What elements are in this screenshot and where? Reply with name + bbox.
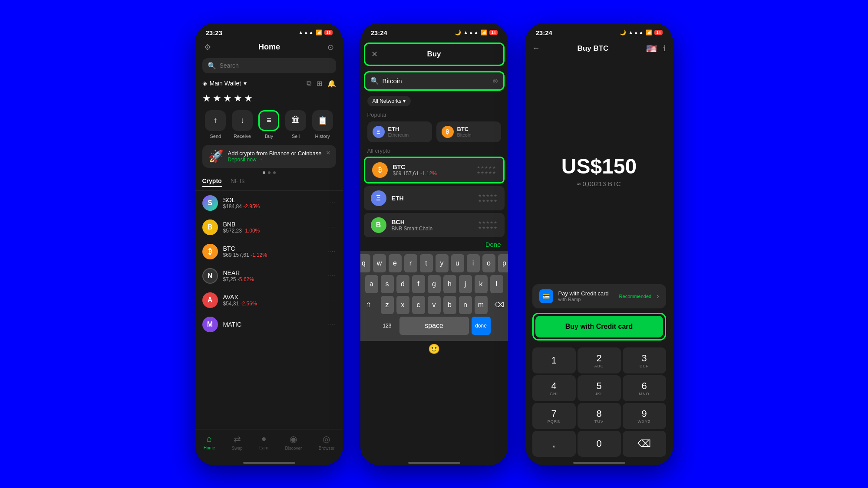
grid-icon[interactable]: ⊞ (317, 79, 322, 88)
key-i[interactable]: i (467, 254, 480, 272)
num-key-0[interactable]: 0 (578, 431, 621, 457)
info-icon[interactable]: ℹ (663, 44, 666, 53)
key-w[interactable]: w (373, 254, 386, 272)
key-m[interactable]: m (475, 296, 488, 314)
key-c[interactable]: c (412, 296, 425, 314)
nav-discover[interactable]: ◉ Discover (285, 434, 302, 451)
nav-browser[interactable]: ◎ Browser (319, 434, 335, 451)
key-n[interactable]: n (459, 296, 472, 314)
payment-method[interactable]: 💳 Pay with Credit card with Ramp Recomme… (532, 284, 666, 308)
key-z[interactable]: z (381, 296, 394, 314)
num-key-6[interactable]: 6 MNO (623, 375, 666, 401)
action-history[interactable]: 📋 History (312, 110, 333, 139)
search-result-eth[interactable]: Ξ ETH ★★★★★ ★★★★★ (364, 186, 505, 210)
num-key-4[interactable]: 4 GHI (532, 375, 576, 401)
near-price: $7,25 -5.62% (223, 276, 323, 282)
buy-search-input[interactable] (383, 77, 489, 85)
buy-credit-card-button[interactable]: Buy with Credit card (535, 316, 663, 337)
list-item[interactable]: M MATIC ···· (195, 312, 343, 337)
key-k[interactable]: k (475, 275, 488, 293)
emoji-icon[interactable]: 🙂 (428, 344, 440, 355)
nav-home[interactable]: ⌂ Home (204, 434, 215, 451)
key-a[interactable]: a (365, 275, 378, 293)
num-sub-6: MNO (639, 392, 650, 396)
avax-menu[interactable]: ···· (327, 298, 336, 302)
near-menu[interactable]: ···· (327, 273, 336, 278)
sol-menu[interactable]: ···· (327, 200, 336, 205)
network-pill[interactable]: All Networks ▾ (367, 96, 411, 106)
key-d[interactable]: d (396, 275, 409, 293)
numbers-key[interactable]: 123 (378, 317, 397, 335)
scan-icon[interactable]: ⊙ (327, 43, 334, 52)
status-bar-3: 23:24 🌙 ▲▲▲ 📶 14 (525, 23, 673, 39)
key-h[interactable]: h (443, 275, 456, 293)
btc-search-logo: ₿ (372, 162, 388, 178)
space-key[interactable]: space (399, 317, 469, 335)
done-button[interactable]: Done (485, 241, 501, 248)
list-item[interactable]: N NEAR $7,25 -5.62% ···· (195, 264, 343, 288)
matic-menu[interactable]: ···· (327, 322, 336, 327)
browser-nav-label: Browser (319, 446, 335, 451)
num-key-9[interactable]: 9 WXYZ (623, 403, 666, 429)
action-buy[interactable]: ≡ Buy (258, 110, 279, 139)
key-r[interactable]: r (404, 254, 417, 272)
back-icon[interactable]: ← (532, 44, 540, 53)
done-key[interactable]: done (472, 317, 491, 335)
key-f[interactable]: f (412, 275, 425, 293)
wallet-name[interactable]: ◈ Main Wallet ▾ (202, 80, 247, 87)
key-x[interactable]: x (396, 296, 409, 314)
key-q[interactable]: q (360, 254, 370, 272)
action-receive[interactable]: ↓ Receive (232, 110, 253, 139)
key-j[interactable]: j (459, 275, 472, 293)
bnb-menu[interactable]: ···· (327, 225, 336, 229)
list-item[interactable]: A AVAX $54,31 -2.56% ···· (195, 288, 343, 312)
buy-close-icon[interactable]: ✕ (371, 49, 378, 59)
key-o[interactable]: o (482, 254, 495, 272)
list-item[interactable]: ₿ BTC $69 157,61 -1.12% ···· (195, 239, 343, 264)
key-y[interactable]: y (436, 254, 449, 272)
action-sell[interactable]: 🏛 Sell (285, 110, 306, 139)
key-b[interactable]: b (443, 296, 456, 314)
num-key-2[interactable]: 2 ABC (578, 347, 621, 373)
num-key-3[interactable]: 3 DEF (623, 347, 666, 373)
key-v[interactable]: v (428, 296, 441, 314)
popular-btc[interactable]: ₿ BTC Bitcoin (436, 121, 501, 142)
search-result-btc[interactable]: ₿ BTC $69 157,61 -1.12% ★★★★★ ★★★★★ (364, 157, 505, 183)
key-t[interactable]: t (420, 254, 433, 272)
key-g[interactable]: g (428, 275, 441, 293)
num-key-5[interactable]: 5 JKL (578, 375, 621, 401)
list-item[interactable]: B BNB $572,23 -1.00% ···· (195, 215, 343, 239)
search-result-bch[interactable]: B BCH BNB Smart Chain ★★★★★ ★★★★★ (364, 213, 505, 237)
key-l[interactable]: l (490, 275, 503, 293)
flag-icon[interactable]: 🇺🇸 (646, 43, 657, 54)
num-key-comma[interactable]: , (532, 431, 576, 457)
tab-nfts[interactable]: NFTs (231, 177, 245, 187)
list-item[interactable]: S SOL $184,84 -2.95% ···· (195, 191, 343, 215)
copy-icon[interactable]: ⧉ (307, 79, 311, 88)
tab-crypto[interactable]: Crypto (202, 177, 222, 187)
action-send[interactable]: ↑ Send (205, 110, 226, 139)
num-key-8[interactable]: 8 TUV (578, 403, 621, 429)
search-clear-icon[interactable]: ⊗ (492, 77, 498, 85)
nav-swap[interactable]: ⇄ Swap (232, 434, 243, 451)
backspace-key[interactable]: ⌫ (490, 296, 508, 314)
key-s[interactable]: s (381, 275, 394, 293)
key-e[interactable]: e (389, 254, 402, 272)
promo-close-icon[interactable]: ✕ (326, 149, 331, 156)
key-u[interactable]: u (451, 254, 464, 272)
num-key-7[interactable]: 7 PQRS (532, 403, 576, 429)
num-key-backspace[interactable]: ⌫ (623, 431, 666, 457)
popular-eth[interactable]: Ξ ETH Ethereum (367, 121, 432, 142)
btc-menu[interactable]: ···· (327, 249, 336, 254)
key-p[interactable]: p (498, 254, 508, 272)
settings-icon[interactable]: ⚙ (204, 43, 211, 52)
search-bar[interactable]: 🔍 (202, 58, 336, 73)
promo-link[interactable]: Deposit now → (228, 157, 330, 163)
header-icons: 🇺🇸 ℹ (646, 43, 666, 54)
search-input[interactable] (220, 62, 331, 69)
num-key-1[interactable]: 1 (532, 347, 576, 373)
bell-icon[interactable]: 🔔 (327, 79, 336, 88)
buy-search-wrap[interactable]: 🔍 ⊗ (364, 71, 505, 91)
nav-earn[interactable]: ● Earn (259, 434, 268, 451)
shift-key[interactable]: ⇧ (360, 296, 378, 314)
